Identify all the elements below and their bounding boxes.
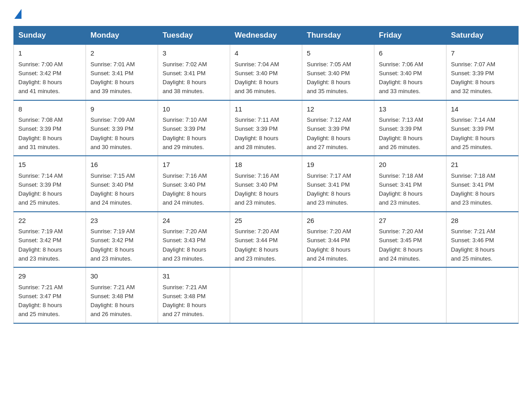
- header-tuesday: Tuesday: [158, 26, 230, 45]
- day-info: Sunrise: 7:18 AMSunset: 3:41 PMDaylight:…: [379, 172, 423, 206]
- day-number: 18: [235, 160, 297, 170]
- calendar-cell: [374, 267, 446, 323]
- day-number: 11: [235, 104, 297, 115]
- day-number: 9: [90, 104, 153, 115]
- calendar-cell: 5Sunrise: 7:05 AMSunset: 3:40 PMDaylight…: [302, 45, 374, 100]
- calendar-cell: 31Sunrise: 7:21 AMSunset: 3:48 PMDayligh…: [158, 267, 230, 323]
- calendar-cell: 26Sunrise: 7:20 AMSunset: 3:44 PMDayligh…: [302, 212, 374, 268]
- day-info: Sunrise: 7:07 AMSunset: 3:39 PMDaylight:…: [451, 61, 495, 95]
- day-number: 4: [235, 48, 297, 59]
- header-sunday: Sunday: [14, 26, 86, 45]
- calendar-cell: 23Sunrise: 7:19 AMSunset: 3:42 PMDayligh…: [86, 212, 158, 268]
- calendar-table: SundayMondayTuesdayWednesdayThursdayFrid…: [13, 26, 519, 324]
- day-info: Sunrise: 7:18 AMSunset: 3:41 PMDaylight:…: [451, 172, 495, 206]
- calendar-cell: 14Sunrise: 7:14 AMSunset: 3:39 PMDayligh…: [446, 100, 519, 156]
- calendar-cell: 2Sunrise: 7:01 AMSunset: 3:41 PMDaylight…: [86, 45, 158, 100]
- calendar-cell: 9Sunrise: 7:09 AMSunset: 3:39 PMDaylight…: [86, 100, 158, 156]
- logo: [13, 9, 21, 19]
- calendar-cell: 30Sunrise: 7:21 AMSunset: 3:48 PMDayligh…: [86, 267, 158, 323]
- day-info: Sunrise: 7:17 AMSunset: 3:41 PMDaylight:…: [307, 172, 351, 206]
- calendar-cell: 19Sunrise: 7:17 AMSunset: 3:41 PMDayligh…: [302, 156, 374, 212]
- calendar-cell: 27Sunrise: 7:20 AMSunset: 3:45 PMDayligh…: [374, 212, 446, 268]
- day-number: 2: [90, 48, 153, 59]
- day-number: 26: [307, 216, 369, 226]
- calendar-cell: 21Sunrise: 7:18 AMSunset: 3:41 PMDayligh…: [446, 156, 519, 212]
- calendar-cell: 25Sunrise: 7:20 AMSunset: 3:44 PMDayligh…: [230, 212, 302, 268]
- page-header: [13, 9, 519, 19]
- calendar-cell: [302, 267, 374, 323]
- day-number: 15: [18, 160, 81, 170]
- day-info: Sunrise: 7:15 AMSunset: 3:40 PMDaylight:…: [90, 172, 135, 206]
- week-row-2: 8Sunrise: 7:08 AMSunset: 3:39 PMDaylight…: [14, 100, 519, 156]
- day-info: Sunrise: 7:08 AMSunset: 3:39 PMDaylight:…: [18, 116, 63, 150]
- header-monday: Monday: [86, 26, 158, 45]
- day-info: Sunrise: 7:13 AMSunset: 3:39 PMDaylight:…: [379, 116, 423, 150]
- logo-triangle-icon: [14, 9, 21, 19]
- calendar-cell: 17Sunrise: 7:16 AMSunset: 3:40 PMDayligh…: [158, 156, 230, 212]
- day-info: Sunrise: 7:04 AMSunset: 3:40 PMDaylight:…: [235, 61, 279, 95]
- day-number: 29: [18, 271, 81, 282]
- calendar-cell: 28Sunrise: 7:21 AMSunset: 3:46 PMDayligh…: [446, 212, 519, 268]
- calendar-cell: 18Sunrise: 7:16 AMSunset: 3:40 PMDayligh…: [230, 156, 302, 212]
- day-number: 21: [451, 160, 514, 170]
- calendar-cell: 20Sunrise: 7:18 AMSunset: 3:41 PMDayligh…: [374, 156, 446, 212]
- day-number: 31: [163, 271, 225, 282]
- day-info: Sunrise: 7:16 AMSunset: 3:40 PMDaylight:…: [235, 172, 279, 206]
- day-info: Sunrise: 7:06 AMSunset: 3:40 PMDaylight:…: [379, 61, 423, 95]
- day-info: Sunrise: 7:21 AMSunset: 3:46 PMDaylight:…: [451, 228, 495, 262]
- calendar-cell: 4Sunrise: 7:04 AMSunset: 3:40 PMDaylight…: [230, 45, 302, 100]
- calendar-cell: 29Sunrise: 7:21 AMSunset: 3:47 PMDayligh…: [14, 267, 86, 323]
- day-info: Sunrise: 7:09 AMSunset: 3:39 PMDaylight:…: [90, 116, 135, 150]
- day-number: 1: [18, 48, 81, 59]
- day-info: Sunrise: 7:20 AMSunset: 3:44 PMDaylight:…: [235, 228, 279, 262]
- header-row: SundayMondayTuesdayWednesdayThursdayFrid…: [14, 26, 519, 45]
- day-number: 5: [307, 48, 369, 59]
- day-info: Sunrise: 7:11 AMSunset: 3:39 PMDaylight:…: [235, 116, 279, 150]
- day-number: 24: [163, 216, 225, 226]
- calendar-cell: 11Sunrise: 7:11 AMSunset: 3:39 PMDayligh…: [230, 100, 302, 156]
- day-info: Sunrise: 7:14 AMSunset: 3:39 PMDaylight:…: [18, 172, 63, 206]
- day-number: 8: [18, 104, 81, 115]
- day-number: 28: [451, 216, 514, 226]
- calendar-cell: 6Sunrise: 7:06 AMSunset: 3:40 PMDaylight…: [374, 45, 446, 100]
- day-number: 27: [379, 216, 442, 226]
- day-number: 22: [18, 216, 81, 226]
- header-thursday: Thursday: [302, 26, 374, 45]
- calendar-cell: 8Sunrise: 7:08 AMSunset: 3:39 PMDaylight…: [14, 100, 86, 156]
- day-info: Sunrise: 7:21 AMSunset: 3:48 PMDaylight:…: [90, 284, 135, 318]
- day-number: 23: [90, 216, 153, 226]
- day-info: Sunrise: 7:05 AMSunset: 3:40 PMDaylight:…: [307, 61, 351, 95]
- day-info: Sunrise: 7:20 AMSunset: 3:43 PMDaylight:…: [163, 228, 207, 262]
- day-info: Sunrise: 7:19 AMSunset: 3:42 PMDaylight:…: [90, 228, 135, 262]
- calendar-cell: [230, 267, 302, 323]
- day-number: 19: [307, 160, 369, 170]
- calendar-cell: 22Sunrise: 7:19 AMSunset: 3:42 PMDayligh…: [14, 212, 86, 268]
- day-number: 16: [90, 160, 153, 170]
- calendar-cell: 7Sunrise: 7:07 AMSunset: 3:39 PMDaylight…: [446, 45, 519, 100]
- header-wednesday: Wednesday: [230, 26, 302, 45]
- day-number: 30: [90, 271, 153, 282]
- day-number: 13: [379, 104, 442, 115]
- day-number: 14: [451, 104, 514, 115]
- day-info: Sunrise: 7:16 AMSunset: 3:40 PMDaylight:…: [163, 172, 207, 206]
- day-info: Sunrise: 7:01 AMSunset: 3:41 PMDaylight:…: [90, 61, 135, 95]
- calendar-cell: [446, 267, 519, 323]
- day-number: 10: [163, 104, 225, 115]
- week-row-1: 1Sunrise: 7:00 AMSunset: 3:42 PMDaylight…: [14, 45, 519, 100]
- day-info: Sunrise: 7:21 AMSunset: 3:47 PMDaylight:…: [18, 284, 63, 318]
- day-info: Sunrise: 7:19 AMSunset: 3:42 PMDaylight:…: [18, 228, 63, 262]
- day-info: Sunrise: 7:12 AMSunset: 3:39 PMDaylight:…: [307, 116, 351, 150]
- day-info: Sunrise: 7:21 AMSunset: 3:48 PMDaylight:…: [163, 284, 207, 318]
- header-friday: Friday: [374, 26, 446, 45]
- calendar-cell: 3Sunrise: 7:02 AMSunset: 3:41 PMDaylight…: [158, 45, 230, 100]
- day-number: 7: [451, 48, 514, 59]
- day-number: 12: [307, 104, 369, 115]
- day-info: Sunrise: 7:02 AMSunset: 3:41 PMDaylight:…: [163, 61, 207, 95]
- day-number: 3: [163, 48, 225, 59]
- day-info: Sunrise: 7:00 AMSunset: 3:42 PMDaylight:…: [18, 61, 63, 95]
- day-info: Sunrise: 7:14 AMSunset: 3:39 PMDaylight:…: [451, 116, 495, 150]
- week-row-4: 22Sunrise: 7:19 AMSunset: 3:42 PMDayligh…: [14, 212, 519, 268]
- day-number: 25: [235, 216, 297, 226]
- day-info: Sunrise: 7:20 AMSunset: 3:44 PMDaylight:…: [307, 228, 351, 262]
- header-saturday: Saturday: [446, 26, 519, 45]
